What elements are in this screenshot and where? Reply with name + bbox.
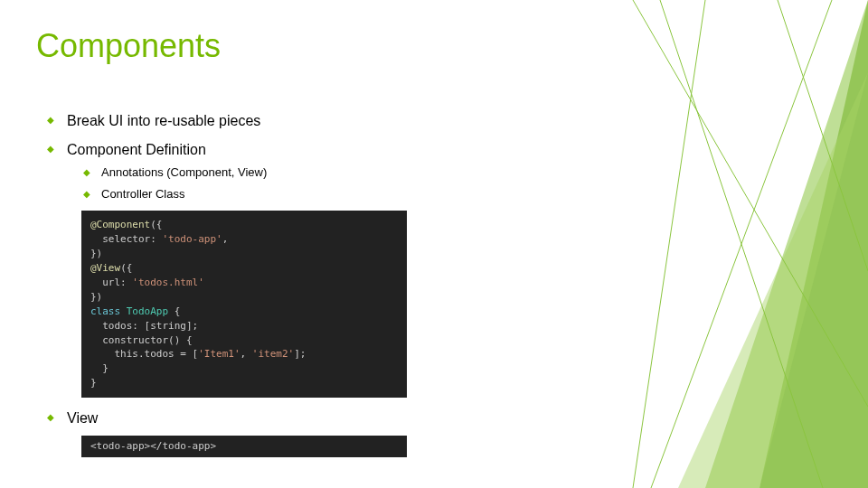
- svg-line-4: [633, 0, 705, 488]
- slide-title: Components: [36, 27, 221, 65]
- svg-marker-2: [678, 72, 868, 488]
- svg-line-6: [633, 0, 868, 407]
- bullet-level2: ◆ Controller Class: [81, 187, 597, 202]
- bullet-text: Component Definition: [67, 142, 206, 158]
- code-block-view: <todo-app></todo-app>: [81, 436, 407, 457]
- svg-line-5: [778, 0, 868, 271]
- slide: Components ◆ Break UI into re-usable pie…: [0, 0, 868, 488]
- bullet-level1: ◆ View <todo-app></todo-app>: [45, 410, 597, 457]
- decoration-pattern: [597, 0, 868, 488]
- bullet-text: Annotations (Component, View): [101, 165, 267, 179]
- code-block-controller: @Component({ selector: 'todo-app', }) @V…: [81, 211, 407, 398]
- svg-marker-1: [760, 0, 868, 488]
- diamond-icon: ◆: [45, 113, 56, 127]
- svg-line-3: [660, 0, 823, 488]
- code-content: @Component({ selector: 'todo-app', }) @V…: [90, 218, 398, 390]
- diamond-icon: ◆: [81, 165, 92, 180]
- bullet-text: Controller Class: [101, 187, 184, 201]
- svg-line-7: [651, 0, 832, 488]
- diamond-icon: ◆: [81, 187, 92, 202]
- code-content: <todo-app></todo-app>: [90, 439, 398, 454]
- bullet-level1: ◆ Component Definition ◆ Annotations (Co…: [45, 142, 597, 398]
- bullet-text: View: [67, 410, 98, 427]
- slide-content: ◆ Break UI into re-usable pieces ◆ Compo…: [45, 113, 597, 470]
- diamond-icon: ◆: [45, 410, 56, 425]
- bullet-level2: ◆ Annotations (Component, View): [81, 165, 597, 180]
- diamond-icon: ◆: [45, 142, 56, 156]
- bullet-level1: ◆ Break UI into re-usable pieces: [45, 113, 597, 129]
- bullet-text: Break UI into re-usable pieces: [67, 113, 260, 129]
- svg-marker-0: [705, 0, 868, 488]
